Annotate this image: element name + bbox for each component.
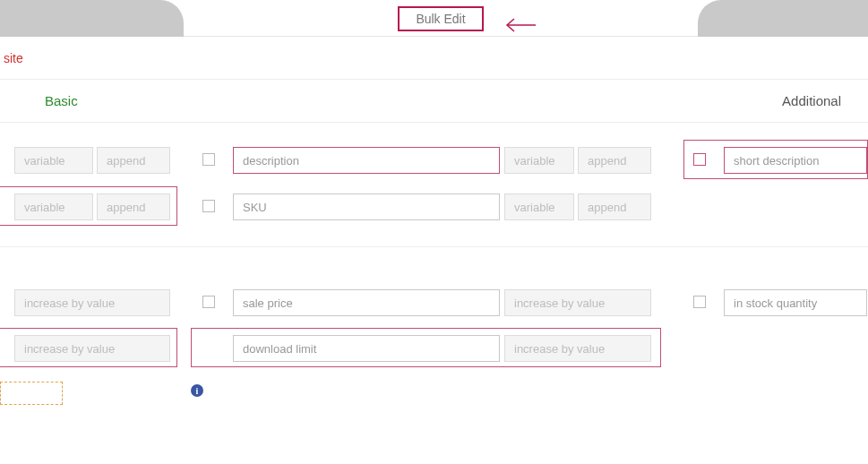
sale-price-placeholder: sale price <box>243 296 293 310</box>
variable-pill-2[interactable]: variable <box>14 193 93 220</box>
sale-price-input[interactable]: sale price <box>233 289 500 316</box>
description-input[interactable]: description <box>233 147 500 174</box>
in-stock-quantity-checkbox[interactable] <box>693 296 706 308</box>
sku-checkbox[interactable] <box>202 200 215 212</box>
sale-price-checkbox[interactable] <box>202 296 215 308</box>
sku-input[interactable]: SKU <box>233 193 500 220</box>
content: variable append description variable app… <box>0 123 868 132</box>
download-limit-input[interactable]: download limit <box>233 335 500 362</box>
short-description-placeholder: short description <box>734 154 819 168</box>
append-pill-2[interactable]: append <box>97 193 170 220</box>
site-label[interactable]: site <box>0 51 23 65</box>
description-checkbox[interactable] <box>202 153 215 166</box>
in-stock-quantity-input[interactable]: in stock quantity <box>724 289 867 316</box>
info-icon[interactable]: i <box>191 384 203 397</box>
sale-price-increase-pill[interactable]: increase by value <box>504 289 651 316</box>
site-row: site <box>0 37 868 80</box>
in-stock-quantity-placeholder: in stock quantity <box>734 296 817 310</box>
svg-text:i: i <box>196 386 199 396</box>
dotted-dropzone[interactable] <box>0 382 63 405</box>
section-divider <box>0 246 868 247</box>
sku-variable-pill[interactable]: variable <box>504 193 574 220</box>
description-variable-pill[interactable]: variable <box>504 147 574 174</box>
sku-append-pill[interactable]: append <box>578 193 651 220</box>
tab-active-label: Bulk Edit <box>416 12 465 26</box>
description-placeholder: description <box>243 154 299 168</box>
short-description-checkbox[interactable] <box>693 153 706 166</box>
tab-inactive-right[interactable] <box>698 0 868 37</box>
tab-additional[interactable]: Additional <box>782 93 841 108</box>
short-description-input[interactable]: short description <box>724 147 867 174</box>
append-pill[interactable]: append <box>97 147 170 174</box>
tab-basic[interactable]: Basic <box>45 93 78 108</box>
download-limit-increase-pill[interactable]: increase by value <box>504 335 651 362</box>
increase-by-value-pill-2[interactable]: increase by value <box>14 335 170 362</box>
tab-bar: Bulk Edit <box>0 0 868 37</box>
variable-pill[interactable]: variable <box>14 147 93 174</box>
description-append-pill[interactable]: append <box>578 147 651 174</box>
tab-active-label-box: Bulk Edit <box>398 6 484 31</box>
arrow-left-icon <box>502 16 537 34</box>
sub-tabs: Basic Additional <box>0 80 868 123</box>
tab-inactive-left[interactable] <box>0 0 184 37</box>
increase-by-value-pill-1[interactable]: increase by value <box>14 289 170 316</box>
download-limit-placeholder: download limit <box>243 342 316 356</box>
tab-active[interactable]: Bulk Edit <box>179 0 702 37</box>
sku-placeholder: SKU <box>243 201 267 214</box>
